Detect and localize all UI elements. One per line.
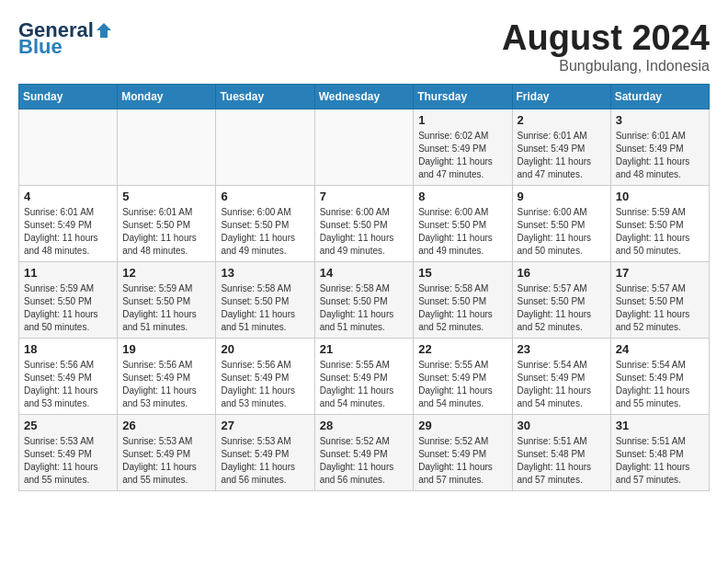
calendar-week-1: 1Sunrise: 6:02 AM Sunset: 5:49 PM Daylig… (19, 109, 710, 186)
day-number: 8 (418, 190, 506, 203)
calendar-week-3: 11Sunrise: 5:59 AM Sunset: 5:50 PM Dayli… (19, 262, 710, 339)
day-info: Sunrise: 5:53 AM Sunset: 5:49 PM Dayligh… (24, 435, 112, 487)
table-row: 7Sunrise: 6:00 AM Sunset: 5:50 PM Daylig… (314, 186, 414, 262)
day-info: Sunrise: 5:59 AM Sunset: 5:50 PM Dayligh… (616, 206, 704, 258)
table-row: 17Sunrise: 5:57 AM Sunset: 5:50 PM Dayli… (610, 262, 709, 339)
day-info: Sunrise: 6:00 AM Sunset: 5:50 PM Dayligh… (320, 206, 409, 258)
calendar-week-2: 4Sunrise: 6:01 AM Sunset: 5:49 PM Daylig… (19, 186, 710, 262)
day-number: 5 (122, 190, 210, 203)
col-friday: Friday (512, 85, 610, 109)
day-info: Sunrise: 5:58 AM Sunset: 5:50 PM Dayligh… (418, 282, 506, 334)
day-info: Sunrise: 5:51 AM Sunset: 5:48 PM Dayligh… (518, 435, 606, 487)
day-number: 20 (221, 342, 309, 356)
table-row: 19Sunrise: 5:56 AM Sunset: 5:49 PM Dayli… (118, 339, 216, 415)
table-row: 27Sunrise: 5:53 AM Sunset: 5:49 PM Dayli… (216, 415, 314, 491)
table-row: 5Sunrise: 6:01 AM Sunset: 5:50 PM Daylig… (118, 186, 216, 262)
logo: General Blue (18, 18, 112, 59)
day-info: Sunrise: 6:01 AM Sunset: 5:49 PM Dayligh… (616, 130, 704, 181)
svg-marker-0 (97, 23, 111, 38)
table-row: 22Sunrise: 5:55 AM Sunset: 5:49 PM Dayli… (414, 339, 512, 415)
table-row: 11Sunrise: 5:59 AM Sunset: 5:50 PM Dayli… (19, 262, 118, 339)
table-row: 1Sunrise: 6:02 AM Sunset: 5:49 PM Daylig… (414, 109, 512, 186)
day-info: Sunrise: 5:52 AM Sunset: 5:49 PM Dayligh… (320, 435, 409, 487)
day-info: Sunrise: 6:02 AM Sunset: 5:49 PM Dayligh… (418, 130, 506, 181)
table-row (118, 109, 216, 186)
day-info: Sunrise: 5:53 AM Sunset: 5:49 PM Dayligh… (221, 435, 309, 487)
table-row: 28Sunrise: 5:52 AM Sunset: 5:49 PM Dayli… (314, 415, 414, 491)
col-thursday: Thursday (414, 85, 512, 109)
title-block: August 2024 Bungbulang, Indonesia (502, 18, 710, 75)
table-row (19, 109, 118, 186)
day-number: 19 (122, 342, 210, 356)
table-row: 20Sunrise: 5:56 AM Sunset: 5:49 PM Dayli… (216, 339, 314, 415)
table-row: 23Sunrise: 5:54 AM Sunset: 5:49 PM Dayli… (512, 339, 610, 415)
day-info: Sunrise: 6:00 AM Sunset: 5:50 PM Dayligh… (518, 206, 606, 258)
day-info: Sunrise: 6:00 AM Sunset: 5:50 PM Dayligh… (418, 206, 506, 258)
calendar-table: Sunday Monday Tuesday Wednesday Thursday… (18, 84, 710, 491)
day-number: 17 (616, 266, 704, 280)
table-row: 25Sunrise: 5:53 AM Sunset: 5:49 PM Dayli… (19, 415, 118, 491)
day-number: 4 (24, 190, 112, 203)
day-info: Sunrise: 5:55 AM Sunset: 5:49 PM Dayligh… (320, 359, 409, 410)
day-info: Sunrise: 5:55 AM Sunset: 5:49 PM Dayligh… (418, 359, 506, 410)
table-row: 29Sunrise: 5:52 AM Sunset: 5:49 PM Dayli… (414, 415, 512, 491)
day-number: 7 (320, 190, 409, 203)
day-number: 18 (24, 342, 112, 356)
day-info: Sunrise: 5:53 AM Sunset: 5:49 PM Dayligh… (122, 435, 210, 487)
day-number: 30 (518, 419, 606, 432)
day-info: Sunrise: 5:52 AM Sunset: 5:49 PM Dayligh… (418, 435, 506, 487)
table-row (216, 109, 314, 186)
day-info: Sunrise: 5:56 AM Sunset: 5:49 PM Dayligh… (24, 359, 112, 410)
col-wednesday: Wednesday (314, 85, 414, 109)
table-row: 30Sunrise: 5:51 AM Sunset: 5:48 PM Dayli… (512, 415, 610, 491)
day-number: 24 (616, 342, 704, 356)
day-number: 22 (418, 342, 506, 356)
table-row: 31Sunrise: 5:51 AM Sunset: 5:48 PM Dayli… (610, 415, 709, 491)
day-number: 10 (616, 190, 704, 203)
day-number: 15 (418, 266, 506, 280)
day-number: 28 (320, 419, 409, 432)
table-row: 4Sunrise: 6:01 AM Sunset: 5:49 PM Daylig… (19, 186, 118, 262)
col-saturday: Saturday (610, 85, 709, 109)
calendar-title: August 2024 (502, 18, 710, 58)
table-row: 14Sunrise: 5:58 AM Sunset: 5:50 PM Dayli… (314, 262, 414, 339)
calendar-location: Bungbulang, Indonesia (502, 58, 710, 75)
logo-icon (96, 22, 112, 39)
day-info: Sunrise: 6:01 AM Sunset: 5:49 PM Dayligh… (518, 130, 606, 181)
day-number: 1 (418, 113, 506, 127)
table-row: 16Sunrise: 5:57 AM Sunset: 5:50 PM Dayli… (512, 262, 610, 339)
table-row: 12Sunrise: 5:59 AM Sunset: 5:50 PM Dayli… (118, 262, 216, 339)
day-info: Sunrise: 5:54 AM Sunset: 5:49 PM Dayligh… (518, 359, 606, 410)
day-number: 14 (320, 266, 409, 280)
table-row: 9Sunrise: 6:00 AM Sunset: 5:50 PM Daylig… (512, 186, 610, 262)
day-number: 27 (221, 419, 309, 432)
table-row (314, 109, 414, 186)
table-row: 13Sunrise: 5:58 AM Sunset: 5:50 PM Dayli… (216, 262, 314, 339)
col-sunday: Sunday (19, 85, 118, 109)
table-row: 3Sunrise: 6:01 AM Sunset: 5:49 PM Daylig… (610, 109, 709, 186)
day-number: 6 (221, 190, 309, 203)
table-row: 18Sunrise: 5:56 AM Sunset: 5:49 PM Dayli… (19, 339, 118, 415)
table-row: 24Sunrise: 5:54 AM Sunset: 5:49 PM Dayli… (610, 339, 709, 415)
table-row: 21Sunrise: 5:55 AM Sunset: 5:49 PM Dayli… (314, 339, 414, 415)
day-info: Sunrise: 5:58 AM Sunset: 5:50 PM Dayligh… (320, 282, 409, 334)
day-number: 31 (616, 419, 704, 432)
table-row: 2Sunrise: 6:01 AM Sunset: 5:49 PM Daylig… (512, 109, 610, 186)
col-tuesday: Tuesday (216, 85, 314, 109)
day-info: Sunrise: 5:59 AM Sunset: 5:50 PM Dayligh… (122, 282, 210, 334)
table-row: 6Sunrise: 6:00 AM Sunset: 5:50 PM Daylig… (216, 186, 314, 262)
page-header: General Blue August 2024 Bungbulang, Ind… (18, 18, 710, 75)
day-info: Sunrise: 5:51 AM Sunset: 5:48 PM Dayligh… (616, 435, 704, 487)
logo-blue-text: Blue (18, 35, 63, 59)
day-number: 21 (320, 342, 409, 356)
table-row: 8Sunrise: 6:00 AM Sunset: 5:50 PM Daylig… (414, 186, 512, 262)
day-number: 9 (518, 190, 606, 203)
day-info: Sunrise: 5:58 AM Sunset: 5:50 PM Dayligh… (221, 282, 309, 334)
day-info: Sunrise: 5:59 AM Sunset: 5:50 PM Dayligh… (24, 282, 112, 334)
calendar-week-5: 25Sunrise: 5:53 AM Sunset: 5:49 PM Dayli… (19, 415, 710, 491)
day-number: 13 (221, 266, 309, 280)
table-row: 26Sunrise: 5:53 AM Sunset: 5:49 PM Dayli… (118, 415, 216, 491)
calendar-header-row: Sunday Monday Tuesday Wednesday Thursday… (19, 85, 710, 109)
day-info: Sunrise: 5:57 AM Sunset: 5:50 PM Dayligh… (518, 282, 606, 334)
col-monday: Monday (118, 85, 216, 109)
